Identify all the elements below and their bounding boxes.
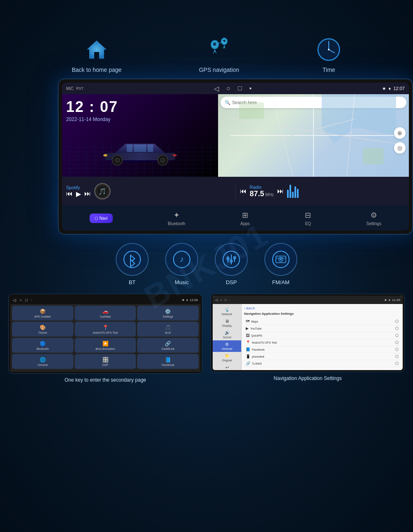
fb-radio[interactable] xyxy=(395,348,399,351)
sidebar-display[interactable]: 🖥 Display xyxy=(213,317,241,329)
gps-icon-item[interactable]: GPS navigation xyxy=(199,33,239,74)
tl-icon: 🔗 xyxy=(246,361,250,366)
youtube-radio[interactable] xyxy=(395,327,399,330)
eq-icon: ⊟ xyxy=(305,211,311,220)
sidebar-reverse[interactable]: ↩ Reverse xyxy=(213,363,241,370)
sound-entry-label: Sound xyxy=(223,336,231,339)
gps-icon xyxy=(204,33,233,62)
home-icon-item[interactable]: Back to home page xyxy=(72,37,122,74)
boot-label: Boot Animation xyxy=(95,347,115,350)
radio-next-btn[interactable]: ⏭ xyxy=(277,188,284,195)
svg-marker-5 xyxy=(223,45,226,50)
svg-point-42 xyxy=(280,259,282,260)
settings-tlink[interactable]: 🔗 TLINK5 xyxy=(244,360,400,367)
apps-screenshot-status: ◁ ○ □ · ★ ♦ 12:08 xyxy=(10,296,200,304)
play-btn[interactable]: ▶ xyxy=(76,190,81,198)
app-facebook[interactable]: 📘 Facebook xyxy=(137,354,199,369)
app-apk-installer[interactable]: 📦 APK installer xyxy=(12,306,74,321)
next-track-btn[interactable]: ⏭ xyxy=(84,190,91,197)
app-chrome[interactable]: 🌐 Chrome xyxy=(12,354,74,369)
recent-nav-icon[interactable]: □ xyxy=(238,85,242,92)
app-carmate[interactable]: 🚗 CarMate xyxy=(75,306,136,321)
apps-status-right: ★ ♦ 12:08 xyxy=(182,298,198,302)
car-image xyxy=(99,135,181,177)
settings-maps[interactable]: 🗺 Maps xyxy=(244,318,400,325)
pl-radio[interactable] xyxy=(395,355,399,358)
home-label: Back to home page xyxy=(72,66,122,74)
svg-point-18 xyxy=(160,158,165,163)
apps-screenshot-label: One key to enter the secondary page xyxy=(64,377,146,383)
back-nav-icon[interactable]: ◁ xyxy=(214,85,219,93)
nav-bluetooth[interactable]: ✦ Bluetooth xyxy=(168,211,185,226)
nav-apps[interactable]: ⊞ Apps xyxy=(240,211,250,226)
androids-radio[interactable] xyxy=(395,341,399,344)
location-icon: ♦ xyxy=(389,86,391,91)
settings-content: ‹ BACK Navigation Application Settings 🗺… xyxy=(242,304,403,370)
fmam-label: FM/AM xyxy=(272,279,290,285)
nav-navi-inner: ⬡ Navi xyxy=(90,214,113,223)
menu-nav-icon[interactable]: ▪ xyxy=(249,85,252,92)
nav-navi[interactable]: ⬡ Navi xyxy=(90,214,113,223)
maps-radio[interactable] xyxy=(395,320,399,323)
nav-eq[interactable]: ⊟ EQ xyxy=(305,211,311,226)
dsp-app-label: DSP xyxy=(102,363,108,366)
home-nav-icon[interactable]: ○ xyxy=(226,85,230,92)
sidebar-sound[interactable]: 🔊 Sound xyxy=(213,329,241,340)
radio-frequency: 87.5 xyxy=(250,190,264,198)
settings-youtube[interactable]: ▶ YouTube xyxy=(244,325,400,332)
svg-marker-0 xyxy=(87,40,107,59)
tl-radio[interactable] xyxy=(395,362,399,365)
dsp-feature[interactable]: DSP xyxy=(215,243,248,285)
svg-point-20 xyxy=(173,154,177,157)
date-display: 2022-11-14 Monday xyxy=(66,116,214,122)
app-androids-gps[interactable]: 📍 AndroiTS GPS Test xyxy=(75,322,136,337)
settings-facebook[interactable]: 📘 Facebook xyxy=(244,346,400,353)
time-icon-item[interactable]: Time xyxy=(316,37,341,74)
sidebar-network[interactable]: 📡 Network xyxy=(213,306,241,317)
quickpic-radio[interactable] xyxy=(395,334,399,337)
bt-icon-circle xyxy=(116,243,149,276)
app-theme[interactable]: 🎨 Theme xyxy=(12,322,74,337)
settings-fb-left: 📘 Facebook xyxy=(246,347,265,352)
app-row-3: 🌐 Chrome 🎛️ DSP 📘 Facebook xyxy=(12,354,199,369)
carmate-label: CarMate xyxy=(100,315,111,318)
fmam-feature[interactable]: FM/AM xyxy=(264,243,297,285)
svg-text:♪: ♪ xyxy=(180,254,184,264)
apps-icon: ⊞ xyxy=(242,211,248,220)
sidebar-general[interactable]: ⚙ General xyxy=(213,340,241,352)
map-btn-navigate[interactable]: ◎ xyxy=(394,142,406,154)
settings-body: 📡 Network 🖥 Display 🔊 Sound ⚙ xyxy=(213,304,403,370)
quickpic-icon: 🖼 xyxy=(246,333,249,337)
app-aux[interactable]: 🎵 AUX xyxy=(137,322,199,337)
app-settings[interactable]: ⚙️ Settings xyxy=(137,306,199,321)
fmam-icon-circle xyxy=(264,243,297,276)
prev-track-btn[interactable]: ⏮ xyxy=(66,190,73,197)
nav-settings[interactable]: ⚙ Settings xyxy=(366,211,381,226)
sidebar-original[interactable]: 📁 Original xyxy=(213,352,241,363)
settings-home-icon: ○ xyxy=(220,298,222,302)
app-boot-animation[interactable]: ▶️ Boot Animation xyxy=(75,338,136,353)
device-wrapper: MIC RST ◁ ○ □ ▪ ★ ♦ 12:07 xyxy=(58,78,413,235)
status-left: MIC RST xyxy=(66,86,83,91)
bt-feature[interactable]: BT xyxy=(116,243,149,285)
settings-time: 11:45 xyxy=(392,298,400,302)
navi-label: Navi xyxy=(100,216,108,221)
theme-label: Theme xyxy=(38,331,47,334)
settings-androids[interactable]: 📍 AndroiTS GPS Test xyxy=(244,339,400,346)
music-feature[interactable]: ♪ Music xyxy=(165,243,198,285)
settings-back-btn[interactable]: ‹ BACK xyxy=(244,306,400,310)
app-dsp[interactable]: 🎛️ DSP xyxy=(75,354,136,369)
app-carbitlink[interactable]: 🔗 CarbitLink xyxy=(137,338,199,353)
map-bg: 🔍 Search here xyxy=(218,94,409,177)
settings-phonelink[interactable]: 📱 phonelink xyxy=(244,353,400,360)
spotify-label: Spotify xyxy=(66,185,91,190)
radio-prev-btn[interactable]: ⏮ xyxy=(240,188,247,195)
carmate-icon: 🚗 xyxy=(102,309,109,314)
display-icon: 🖥 xyxy=(225,319,229,323)
app-bluetooth[interactable]: 🔵 Bluetooth xyxy=(12,338,74,353)
device-screen: MIC RST ◁ ○ □ ▪ ★ ♦ 12:07 xyxy=(62,83,409,230)
settings-quickpic[interactable]: 🖼 QuickPic xyxy=(244,332,400,339)
map-btn-location[interactable]: ⊕ xyxy=(394,127,406,139)
apps-recent-icon: □ xyxy=(25,298,28,302)
settings-back-icon: ◁ xyxy=(215,298,218,302)
